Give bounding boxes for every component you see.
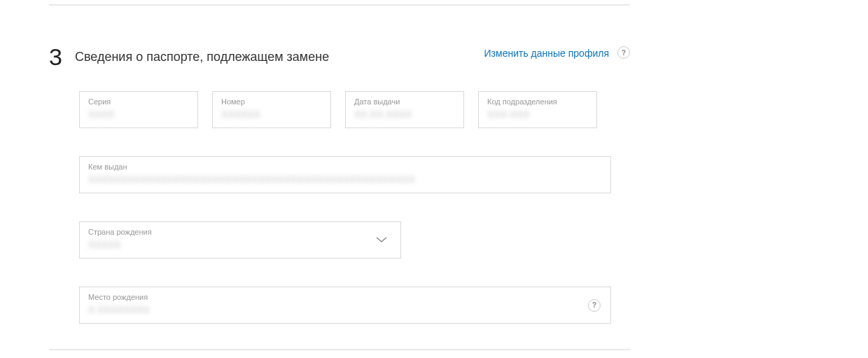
field-birth-place[interactable]: Место рождения X XXXXXXXX ? (79, 287, 611, 324)
label-number: Номер (221, 97, 322, 106)
row-birth-country: Страна рождения XXXXX (79, 221, 632, 259)
chevron-down-icon (375, 234, 388, 247)
label-series: Серия (88, 97, 189, 106)
value-birth-country: XXXXX (88, 239, 392, 251)
step-number: 3 (49, 45, 62, 69)
field-birth-country[interactable]: Страна рождения XXXXX (79, 221, 401, 259)
value-issue-date: XX.XX.XXXX (354, 109, 455, 121)
value-birth-place: X XXXXXXXX (88, 304, 602, 316)
help-icon[interactable]: ? (588, 299, 601, 312)
value-dept-code: XXX-XXX (487, 109, 588, 121)
row-issued-by: Кем выдан XXXXXXXXXXXXXXXXXXXXXXXXXXXXXX… (79, 156, 632, 193)
passport-form: Серия XXXX Номер XXXXXX Дата выдачи XX.X… (79, 91, 632, 324)
label-issue-date: Дата выдачи (354, 97, 455, 106)
row-birth-place: Место рождения X XXXXXXXX ? (79, 287, 632, 324)
section-top-divider (49, 4, 630, 6)
label-issued-by: Кем выдан (88, 163, 602, 171)
field-series[interactable]: Серия XXXX (79, 91, 198, 128)
value-number: XXXXXX (221, 109, 322, 121)
label-birth-country: Страна рождения (88, 228, 392, 236)
field-dept-code[interactable]: Код подразделения XXX-XXX (478, 91, 597, 128)
section-bottom-divider (49, 349, 630, 350)
row-passport-main: Серия XXXX Номер XXXXXX Дата выдачи XX.X… (79, 91, 632, 128)
field-issue-date[interactable]: Дата выдачи XX.XX.XXXX (345, 91, 464, 128)
step-header: 3 Сведения о паспорте, подлежащем замене… (49, 45, 630, 69)
help-icon[interactable]: ? (617, 46, 630, 59)
edit-profile-link[interactable]: Изменить данные профиля (484, 48, 609, 59)
value-series: XXXX (88, 109, 189, 121)
label-birth-place: Место рождения (88, 293, 602, 301)
field-issued-by[interactable]: Кем выдан XXXXXXXXXXXXXXXXXXXXXXXXXXXXXX… (79, 156, 611, 193)
value-issued-by: XXXXXXXXXXXXXXXXXXXXXXXXXXXXXXXXXXXXXXXX… (88, 174, 602, 186)
field-number[interactable]: Номер XXXXXX (212, 91, 331, 128)
label-dept-code: Код подразделения (487, 97, 588, 106)
